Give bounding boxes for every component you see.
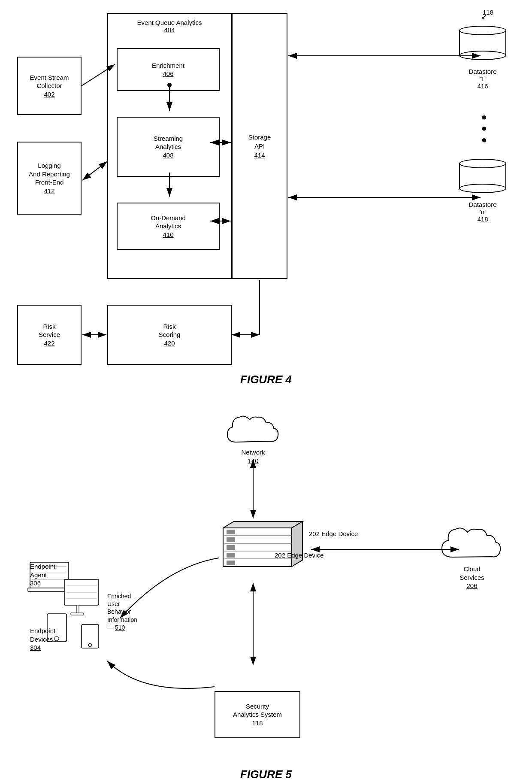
cloud-services-cloud: Cloud Services 206 xyxy=(438,524,506,590)
edge-device-ref: 202 Edge Device xyxy=(309,530,358,537)
datastoren-cylinder: Datastore 'n' 418 xyxy=(455,159,511,223)
svg-rect-24 xyxy=(227,561,235,565)
datastore1-label: Datastore '1' 416 xyxy=(469,68,496,90)
svg-rect-31 xyxy=(76,605,79,614)
datastore1-cylinder: Datastore '1' 416 xyxy=(455,26,511,90)
event-queue-analytics-label: Event Queue Analytics 404 xyxy=(137,19,202,33)
cyln-top xyxy=(459,159,506,168)
dots-separator: ●●● xyxy=(481,112,487,145)
network-cloud: Network 140 xyxy=(223,412,283,465)
svg-rect-32 xyxy=(71,613,84,615)
cloud-services-label: Cloud Services 206 xyxy=(438,565,506,590)
event-stream-collector-box: Event Stream Collector 402 xyxy=(17,57,82,115)
svg-rect-22 xyxy=(227,545,235,550)
security-analytics-box: Security Analytics System 118 xyxy=(215,691,300,738)
figure5-caption: FIGURE 5 xyxy=(13,768,519,781)
cloud-services-shape xyxy=(438,524,506,567)
edge-device-label: 202 Edge Device xyxy=(275,551,323,560)
svg-line-5 xyxy=(82,161,107,180)
figure4-diagram: 118 ↙ Event Stream Collector 402 Logging… xyxy=(13,9,519,395)
edge-device-svg xyxy=(219,519,305,571)
svg-rect-21 xyxy=(227,537,235,542)
storage-api-outer: Storage API 414 xyxy=(232,13,287,279)
risk-scoring-box: Risk Scoring 420 xyxy=(107,305,232,365)
storage-api-label: Storage API 414 xyxy=(248,133,271,160)
enrichment-box: Enrichment 406 xyxy=(117,48,220,91)
cyl-top xyxy=(459,26,506,35)
enriched-user-label: Enriched User Behavior Information — 510 xyxy=(107,592,137,631)
svg-rect-23 xyxy=(227,553,235,558)
figure5-diagram: Network 140 Cloud Services 206 xyxy=(13,403,519,781)
svg-point-39 xyxy=(88,643,92,647)
endpoint-agent-label: Endpoint Agent 306 xyxy=(30,562,55,588)
event-queue-analytics-outer: Event Queue Analytics 404 Enrichment 406… xyxy=(107,13,232,279)
endpoint-devices-label: Endpoint Devices 304 xyxy=(30,627,55,652)
risk-service-box: Risk Service 422 xyxy=(17,305,82,365)
datastoren-label: Datastore 'n' 418 xyxy=(469,201,496,223)
edge-device-area: 202 Edge Device xyxy=(219,519,323,560)
network-cloud-shape xyxy=(223,412,283,451)
figure4-caption: FIGURE 4 xyxy=(13,373,519,395)
streaming-analytics-box: Streaming Analytics 408 xyxy=(117,117,220,177)
page-container: 118 ↙ Event Stream Collector 402 Logging… xyxy=(0,0,532,782)
ondemand-analytics-box: On-Demand Analytics 410 xyxy=(117,203,220,250)
cyl-bottom xyxy=(459,51,506,60)
cyln-bottom xyxy=(459,184,506,193)
datastore-118-arrow: ↙ xyxy=(481,13,487,21)
logging-reporting-box: Logging And Reporting Front-End 412 xyxy=(17,142,82,215)
svg-rect-20 xyxy=(227,530,235,534)
